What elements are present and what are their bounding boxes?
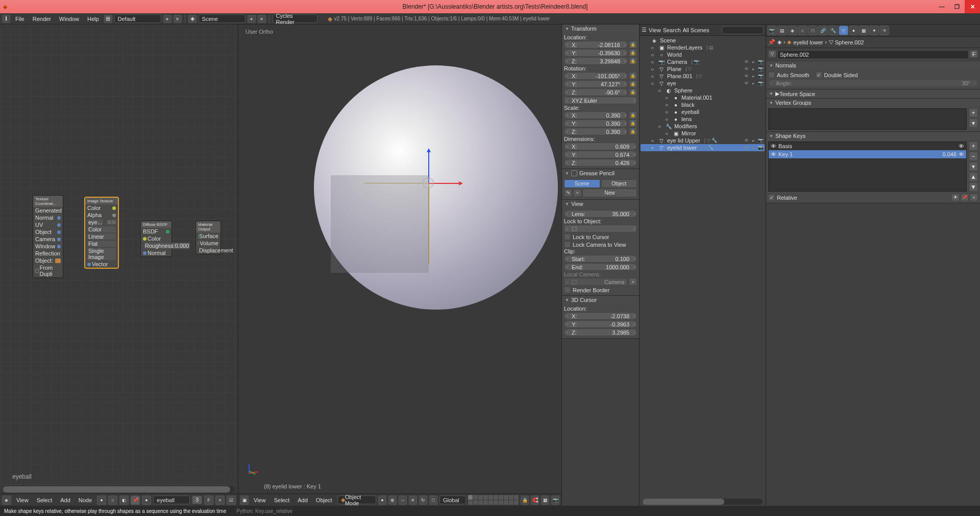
outliner-item[interactable]: ○🔧Modifiers [641,123,765,130]
material-users[interactable]: 3 [192,496,202,504]
screen-layout-dropdown[interactable]: Default [114,14,161,23]
scene-dropdown[interactable]: Scene [199,14,246,23]
pivot-icon[interactable]: ⊕ [388,496,397,505]
tab-particles-icon[interactable]: ✦ [869,26,879,35]
manipulator-icon[interactable]: ↔ [399,496,407,505]
outliner-scrollbar[interactable] [643,499,763,505]
orientation-dropdown[interactable]: Global [439,496,466,504]
outliner-item[interactable]: ○●eyeball [641,108,765,115]
lock-icon[interactable]: 🔒 [629,41,637,49]
snap-element-icon[interactable]: ▦ [541,496,549,505]
node-texture-coordinate[interactable]: Texture Coordinat... Generated Normal UV… [33,195,63,278]
scale-y-field[interactable]: Y:0.390 [564,120,628,127]
outliner-item[interactable]: ○●black [641,101,765,108]
material-name-field[interactable]: eyeball [153,496,190,504]
maximize-button[interactable]: ❐ [949,0,965,13]
location-x-field[interactable]: X:-2.08116 [564,41,628,49]
fake-user-button[interactable]: F [970,50,978,58]
vertex-groups-list[interactable] [768,108,967,130]
outliner-item[interactable]: ○●lens [641,115,765,123]
lock-icon[interactable]: 🔒 [629,80,637,88]
material-browse-icon[interactable]: ● [142,496,151,505]
node-header[interactable]: Diffuse BSDF [141,221,172,228]
outliner-item[interactable]: ○▣Mirror [641,130,765,137]
lock-cursor-checkbox[interactable]: Lock to Cursor [564,233,637,241]
vgroup-add-button[interactable]: + [969,108,978,118]
rotation-y-field[interactable]: Y:47.127° [564,80,628,88]
outliner-item[interactable]: ○▽eye👁▸📷 [641,80,765,87]
menu-file[interactable]: File [12,15,28,22]
location-z-field[interactable]: Z:3.29848 [564,57,628,65]
manipulator-scale-icon[interactable]: □ [429,496,437,505]
outliner-item[interactable]: ○▽Plane.001| ▽👁▸📷 [641,73,765,80]
tab-object-icon[interactable]: □ [808,26,818,35]
shapekey-remove-button[interactable]: − [969,152,978,161]
gp-object-button[interactable]: Object [601,179,638,188]
tab-data-icon[interactable]: ▽ [839,26,848,35]
rotation-z-field[interactable]: Z:-90.6° [564,88,628,96]
minimize-button[interactable]: — [934,0,949,13]
lock-icon[interactable]: 🔒 [629,49,637,57]
auto-smooth-checkbox[interactable]: Auto Smooth [768,71,810,79]
shapekey-down-button[interactable]: ▼ [969,182,978,192]
node-editor-canvas[interactable]: Texture Coordinat... Generated Normal UV… [0,25,238,485]
gp-scene-button[interactable]: Scene [564,179,600,188]
screen-add-icon[interactable]: + [163,15,172,23]
outliner-item[interactable]: ◈Scene [641,37,765,44]
tab-material-icon[interactable]: ● [849,26,859,35]
scene-link-icon[interactable]: ◈ [777,39,781,45]
outliner-search-input[interactable] [722,26,764,34]
shapekey-clear-icon[interactable]: × [970,194,978,201]
menu-window[interactable]: Window [56,15,82,22]
menu-add[interactable]: Add [295,497,311,504]
shapekey-add-button[interactable]: + [969,142,978,151]
menu-select[interactable]: Select [34,497,56,504]
menu-view[interactable]: View [649,27,661,33]
rotation-mode-dropdown[interactable]: XYZ Euler [564,97,637,104]
editor-type-icon[interactable]: ℹ [2,15,10,23]
layers-widget[interactable] [468,495,519,505]
viewport-shading-icon[interactable]: ● [378,496,386,505]
tab-texture-icon[interactable]: ▦ [859,26,869,35]
tab-constraints-icon[interactable]: 🔗 [818,26,828,35]
render-engine-dropdown[interactable]: Cycles Render [273,14,317,23]
menu-view[interactable]: View [13,497,32,504]
pin-icon[interactable]: 📌 [768,39,775,45]
cursor-y-field[interactable]: Y:-0.3963 [564,320,637,328]
tab-modifiers-icon[interactable]: 🔧 [828,26,838,35]
tree-type-world-icon[interactable]: ○ [108,496,117,505]
lock-icon[interactable]: 🔒 [629,128,637,135]
node-image-texture[interactable]: Image Texture Color Alpha eye... Color L… [85,197,118,268]
menu-help[interactable]: Help [84,15,102,22]
local-camera-field[interactable]: ⬚ Camera [564,278,628,286]
outliner-item[interactable]: ○●Material.001 [641,94,765,101]
pin-icon[interactable]: 📌 [131,496,140,505]
lens-field[interactable]: Lens:35.000 [564,210,637,218]
menu-search[interactable]: Search [663,27,681,33]
render-border-checkbox[interactable]: Render Border [564,286,637,294]
lock-icon[interactable]: 🔒 [629,57,637,65]
material-unlink-icon[interactable]: × [215,496,225,505]
menu-object[interactable]: Object [313,497,335,504]
outliner-item[interactable]: ○○World [641,51,765,58]
lock-icon[interactable]: 🔒 [629,111,637,119]
menu-select[interactable]: Select [271,497,293,504]
dim-z-field[interactable]: Z:0.428 [564,159,637,167]
editor-type-icon[interactable]: ◈ [2,496,11,505]
lock-layers-icon[interactable]: 🔒 [521,496,529,505]
shapekeys-list[interactable]: 👁Basis👁 👁Key 10.046👁 [768,142,967,192]
shapekey-basis-row[interactable]: 👁Basis👁 [769,142,966,150]
lock-object-field[interactable]: ⬚ [564,225,637,232]
screen-delete-icon[interactable]: × [174,15,182,23]
panel-shapekeys-header[interactable]: Shape Keys [766,132,980,140]
outliner-item[interactable]: ○▽eyelid lower| ▽ 🔧👁▸📷 [641,144,765,151]
node-diffuse-bsdf[interactable]: Diffuse BSDF BSDF Color Roughness:0.000 … [140,221,172,257]
panel-grease-header[interactable]: Grease Pencil [562,169,639,177]
dim-x-field[interactable]: X:0.609 [564,143,637,150]
panel-vgroups-header[interactable]: Vertex Groups [766,99,980,107]
scene-browse-icon[interactable]: ◈ [188,15,197,23]
mode-dropdown[interactable]: ◆ Object Mode [337,496,376,504]
node-header[interactable]: Image Texture [85,198,118,204]
outliner-tree[interactable]: ◈Scene○▣RenderLayers| ▤○○World○📷Camera| … [640,36,766,498]
editor-type-icon[interactable]: ☰ [642,27,647,33]
